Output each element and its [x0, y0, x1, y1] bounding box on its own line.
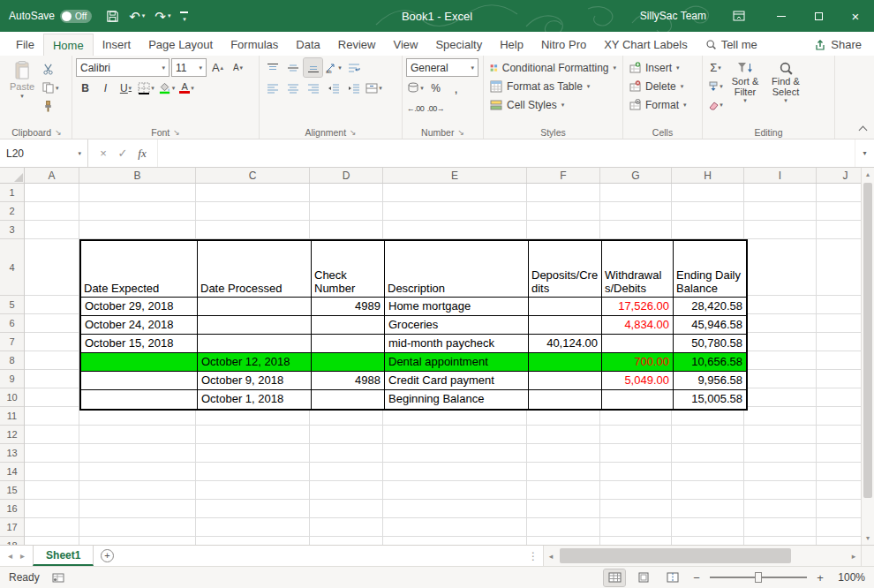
share-button[interactable]: Share — [802, 34, 874, 56]
save-button[interactable] — [106, 10, 119, 23]
cell-I8[interactable] — [744, 351, 817, 370]
table-cell-r1-c0[interactable]: October 24, 2018 — [81, 316, 198, 335]
cell-J11[interactable] — [817, 407, 861, 426]
bold-button[interactable]: B — [76, 79, 94, 97]
table-cell-r5-c3[interactable]: Beginning Balance — [385, 390, 529, 409]
table-cell-r4-c2[interactable]: 4988 — [312, 372, 385, 390]
cell-D2[interactable] — [310, 202, 383, 221]
find-select-button[interactable]: Find & Select ▾ — [765, 58, 806, 114]
column-header-F[interactable]: F — [527, 168, 600, 183]
cell-A12[interactable] — [25, 426, 79, 444]
row-header-3[interactable]: 3 — [0, 221, 24, 239]
column-header-C[interactable]: C — [196, 168, 310, 183]
previous-sheet-button[interactable]: ◂ — [8, 551, 12, 561]
cell-D1[interactable] — [310, 184, 383, 202]
account-name[interactable]: SillySac Team — [640, 10, 706, 22]
cell-H15[interactable] — [672, 481, 744, 500]
table-cell-r0-c1[interactable] — [198, 298, 312, 316]
cell-J16[interactable] — [817, 500, 861, 518]
cell-I14[interactable] — [744, 463, 817, 481]
cell-C15[interactable] — [196, 481, 310, 500]
ribbon-tab-insert[interactable]: Insert — [94, 34, 140, 56]
scroll-down-button[interactable]: ▾ — [862, 531, 874, 545]
cell-G13[interactable] — [600, 444, 672, 463]
scroll-up-button[interactable]: ▴ — [862, 168, 874, 181]
table-cell-r1-c5[interactable]: 4,834.00 — [602, 316, 674, 335]
cell-B12[interactable] — [79, 426, 196, 444]
row-header-2[interactable]: 2 — [0, 202, 24, 221]
cell-J7[interactable] — [817, 333, 861, 351]
cell-E2[interactable] — [383, 202, 527, 221]
cell-B13[interactable] — [79, 444, 196, 463]
page-break-preview-button[interactable] — [662, 569, 683, 586]
cell-J13[interactable] — [817, 444, 861, 463]
cell-A17[interactable] — [25, 518, 79, 537]
italic-button[interactable]: I — [96, 79, 115, 97]
cell-A9[interactable] — [25, 370, 79, 388]
comma-style-button[interactable]: , — [447, 79, 465, 97]
cell-C12[interactable] — [196, 426, 310, 444]
bottom-align-button[interactable] — [304, 58, 322, 77]
cell-A18[interactable] — [25, 537, 79, 545]
format-painter-button[interactable] — [42, 99, 64, 114]
table-cell-r2-c5[interactable] — [602, 335, 674, 353]
minimize-button[interactable] — [763, 0, 800, 32]
cell-I11[interactable] — [744, 407, 817, 426]
row-header-12[interactable]: 12 — [0, 426, 24, 444]
cell-J1[interactable] — [817, 184, 861, 202]
autosum-button[interactable]: Σ ▾ — [706, 58, 725, 77]
cell-C16[interactable] — [196, 500, 310, 518]
autosave-toggle[interactable]: AutoSave Off — [9, 10, 92, 23]
cell-J10[interactable] — [817, 388, 861, 407]
table-cell-r4-c1[interactable]: October 9, 2018 — [198, 372, 312, 390]
cancel-button[interactable]: × — [95, 147, 111, 160]
cell-J12[interactable] — [817, 426, 861, 444]
cut-button[interactable] — [42, 62, 64, 77]
table-cell-r3-c3[interactable]: Dental appointment — [385, 353, 529, 372]
table-cell-r4-c0[interactable] — [81, 372, 198, 390]
cell-C14[interactable] — [196, 463, 310, 481]
scroll-left-button[interactable]: ◂ — [544, 552, 558, 561]
column-header-J[interactable]: J — [817, 168, 861, 183]
cell-J3[interactable] — [817, 221, 861, 239]
cell-H18[interactable] — [672, 537, 744, 545]
horizontal-scroll-thumb[interactable] — [560, 548, 791, 563]
cell-D13[interactable] — [310, 444, 383, 463]
clipboard-dialog-launcher[interactable]: ↘ — [55, 128, 62, 137]
cell-H16[interactable] — [672, 500, 744, 518]
ribbon-tab-review[interactable]: Review — [329, 34, 385, 56]
cell-I13[interactable] — [744, 444, 817, 463]
column-header-B[interactable]: B — [79, 168, 196, 183]
cell-G17[interactable] — [600, 518, 672, 537]
select-all-corner[interactable] — [0, 168, 25, 184]
cell-F12[interactable] — [527, 426, 600, 444]
decrease-font-size-button[interactable]: A ▾ — [229, 58, 247, 77]
cell-E1[interactable] — [383, 184, 527, 202]
table-cell-r5-c4[interactable] — [529, 390, 602, 409]
increase-indent-button[interactable] — [344, 79, 363, 97]
clear-button[interactable]: ▾ — [706, 95, 725, 114]
cell-G15[interactable] — [600, 481, 672, 500]
new-sheet-button[interactable]: + — [94, 546, 120, 566]
horizontal-scrollbar[interactable]: ◂ ▸ — [543, 546, 861, 566]
cell-D12[interactable] — [310, 426, 383, 444]
percent-style-button[interactable]: % — [426, 79, 445, 97]
row-header-7[interactable]: 7 — [0, 333, 24, 351]
vertical-scrollbar[interactable]: ▴ ▾ — [861, 168, 874, 545]
undo-button[interactable]: ↶ ▾ — [129, 10, 145, 23]
table-header-3[interactable]: Description — [385, 241, 529, 298]
cell-E15[interactable] — [383, 481, 527, 500]
maximize-button[interactable] — [800, 0, 837, 32]
cell-styles-button[interactable]: Cell Styles ▾ — [487, 95, 619, 114]
table-cell-r2-c3[interactable]: mid-month paycheck — [385, 335, 529, 353]
zoom-in-button[interactable]: + — [815, 571, 825, 584]
cell-B14[interactable] — [79, 463, 196, 481]
cell-D16[interactable] — [310, 500, 383, 518]
table-cell-r3-c0[interactable] — [81, 353, 198, 372]
orientation-button[interactable]: ab ▾ — [324, 58, 343, 77]
tell-me-box[interactable]: Tell me — [697, 34, 766, 56]
copy-button[interactable]: ▾ — [42, 80, 64, 95]
cell-B1[interactable] — [79, 184, 196, 202]
fill-button[interactable]: ▾ — [706, 77, 725, 95]
font-dialog-launcher[interactable]: ↘ — [173, 128, 180, 137]
